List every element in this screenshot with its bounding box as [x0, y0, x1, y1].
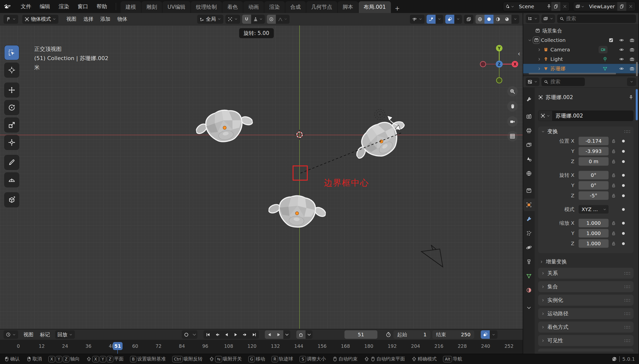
- workspace-tab-6[interactable]: 渲染: [264, 1, 285, 13]
- gizmos-settings[interactable]: [436, 15, 443, 24]
- workspace-tab-0[interactable]: 建模: [121, 1, 141, 13]
- panel-2[interactable]: 实例化 ∷∷: [538, 295, 633, 306]
- frame-start-field[interactable]: 起始1: [393, 330, 430, 339]
- transform-value-field[interactable]: XYZ ...: [578, 205, 608, 214]
- drag-handle-icon[interactable]: ∷∷: [624, 338, 630, 343]
- transform-panel-header[interactable]: 变换 ∷∷: [538, 126, 633, 136]
- topbar-menu-1[interactable]: 编辑: [36, 2, 55, 12]
- proportional-falloff[interactable]: [276, 15, 290, 24]
- step-forward-button[interactable]: [274, 330, 283, 339]
- transform-value-field[interactable]: 1.000: [578, 239, 608, 248]
- lock-open-icon[interactable]: [611, 241, 616, 246]
- properties-tab-constraints[interactable]: [523, 256, 535, 268]
- panel-1[interactable]: 集合 ∷∷: [538, 281, 633, 292]
- outliner-row-0[interactable]: 场景集合: [523, 26, 638, 36]
- camera-wireframe[interactable]: [421, 245, 443, 267]
- timeline-overlay-settings[interactable]: [490, 330, 497, 339]
- object-name-value[interactable]: 苏珊娜.002: [552, 111, 633, 121]
- scene-copy-button[interactable]: [551, 2, 560, 11]
- transform-value-field[interactable]: -5°: [578, 191, 608, 200]
- drag-handle-icon[interactable]: ∷∷: [624, 271, 630, 276]
- properties-tab-modifiers[interactable]: [523, 213, 535, 225]
- scene-name[interactable]: Scene: [516, 4, 546, 10]
- light-data-icon[interactable]: [602, 57, 607, 62]
- animate-dot[interactable]: [622, 174, 625, 177]
- workspace-tab-2[interactable]: UV编辑: [163, 1, 191, 13]
- view-layer-copy-button[interactable]: [617, 2, 626, 11]
- workspace-tab-4[interactable]: 着色: [222, 1, 243, 13]
- panel-4[interactable]: 着色方式 ∷∷: [538, 322, 633, 332]
- animate-dot[interactable]: [622, 222, 625, 224]
- transform-value-field[interactable]: 0°: [578, 171, 608, 180]
- tool-move[interactable]: [5, 83, 19, 97]
- view-layer-selector[interactable]: ViewLayer: [573, 2, 635, 11]
- lock-open-icon[interactable]: [611, 149, 616, 154]
- transform-value-field[interactable]: 1.000: [578, 229, 608, 238]
- properties-search[interactable]: [541, 78, 585, 86]
- timeline-overlay-toggle[interactable]: [481, 330, 490, 339]
- tool-scale[interactable]: [5, 118, 19, 132]
- camera-data-icon[interactable]: [600, 47, 605, 52]
- outliner-search-input[interactable]: [566, 16, 633, 22]
- scene-selector[interactable]: Scene: [503, 2, 570, 11]
- shading-rendered[interactable]: [502, 15, 511, 24]
- play-button[interactable]: [231, 330, 240, 339]
- lock-open-icon[interactable]: [611, 183, 616, 188]
- outliner-filter-button[interactable]: [541, 14, 555, 23]
- animate-dot[interactable]: [622, 184, 625, 187]
- checkbox-toggle-icon[interactable]: [608, 38, 613, 43]
- frame-end-field[interactable]: 结束250: [432, 330, 474, 339]
- drag-handle-icon[interactable]: ∷∷: [624, 284, 630, 290]
- snap-toggle[interactable]: [242, 15, 251, 24]
- chevron-right-icon[interactable]: [537, 57, 541, 61]
- outliner-search[interactable]: [557, 14, 636, 23]
- add-workspace-button[interactable]: +: [391, 4, 403, 13]
- properties-tabs-overflow[interactable]: [523, 302, 535, 314]
- step-back-button[interactable]: [265, 330, 274, 339]
- topbar-menu-4[interactable]: 帮助: [92, 2, 111, 12]
- lock-open-icon[interactable]: [611, 231, 616, 236]
- sidebar-toggle-arrow[interactable]: ‹: [518, 50, 520, 58]
- suzanne-object-1[interactable]: [193, 102, 257, 154]
- transform-value-field[interactable]: 1.000: [578, 219, 608, 227]
- data-badge[interactable]: [598, 46, 607, 54]
- camera-toggle-icon[interactable]: [629, 66, 634, 71]
- eye-toggle-icon[interactable]: [619, 47, 624, 52]
- outliner-horizontal-scrollbar[interactable]: [529, 73, 616, 74]
- properties-tab-tool[interactable]: [523, 93, 535, 106]
- pin-icon[interactable]: [628, 95, 633, 100]
- viewport-menu-3[interactable]: 物体: [114, 14, 131, 24]
- lock-open-icon[interactable]: [611, 173, 616, 178]
- outliner-row-2[interactable]: Camera: [523, 45, 638, 54]
- view-layer-type-button[interactable]: [573, 2, 586, 11]
- eye-toggle-icon[interactable]: [619, 38, 624, 43]
- current-frame-field[interactable]: 51: [344, 330, 377, 339]
- current-frame-badge[interactable]: 51: [113, 342, 123, 350]
- tool-box-select[interactable]: [5, 46, 19, 60]
- tool-cursor[interactable]: [5, 63, 19, 77]
- play-reverse-button[interactable]: [222, 330, 231, 339]
- drag-handle-icon[interactable]: ∷∷: [624, 298, 630, 303]
- animate-dot[interactable]: [622, 232, 625, 235]
- next-keyframe-button[interactable]: [240, 330, 250, 339]
- object-id-icon-button[interactable]: [538, 111, 552, 121]
- gizmos-toggle[interactable]: [427, 15, 436, 24]
- properties-tab-physics[interactable]: [523, 241, 535, 254]
- properties-editor-type[interactable]: [526, 78, 539, 86]
- panel-3[interactable]: 运动路径 ∷∷: [538, 308, 633, 319]
- lock-open-icon[interactable]: [611, 159, 616, 164]
- eye-toggle-icon[interactable]: [619, 57, 624, 62]
- tool-rotate[interactable]: [5, 100, 19, 115]
- scene-type-button[interactable]: [503, 2, 516, 11]
- workspace-tab-5[interactable]: 动画: [243, 1, 264, 13]
- loop-toggle[interactable]: [296, 330, 306, 339]
- workspace-tab-1[interactable]: 雕刻: [142, 1, 162, 13]
- properties-search-input[interactable]: [550, 79, 582, 84]
- properties-tab-output[interactable]: [523, 124, 535, 137]
- outliner-row-3[interactable]: Light: [523, 54, 638, 64]
- jump-to-end-button[interactable]: [250, 330, 259, 339]
- auto-key-settings[interactable]: [191, 330, 197, 339]
- object-visibility-selector[interactable]: [410, 15, 425, 24]
- lock-open-icon[interactable]: [611, 139, 616, 144]
- animate-dot[interactable]: [622, 140, 625, 142]
